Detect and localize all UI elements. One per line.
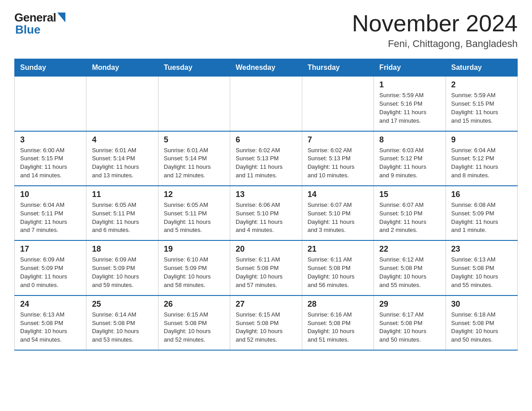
day-number: 18 xyxy=(92,244,152,254)
calendar-cell: 15Sunrise: 6:07 AMSunset: 5:10 PMDayligh… xyxy=(374,186,446,240)
calendar-body: 1Sunrise: 5:59 AMSunset: 5:16 PMDaylight… xyxy=(15,77,518,350)
calendar-cell: 3Sunrise: 6:00 AMSunset: 5:15 PMDaylight… xyxy=(15,131,86,186)
calendar-cell: 8Sunrise: 6:03 AMSunset: 5:12 PMDaylight… xyxy=(374,131,446,186)
day-number: 17 xyxy=(20,244,81,254)
calendar-week-row: 17Sunrise: 6:09 AMSunset: 5:09 PMDayligh… xyxy=(15,240,518,295)
day-number: 11 xyxy=(92,190,152,199)
day-of-week-header: Friday xyxy=(374,59,446,77)
day-number: 14 xyxy=(308,190,368,199)
day-number: 1 xyxy=(379,80,440,90)
day-of-week-header: Wednesday xyxy=(230,59,302,77)
day-info: Sunrise: 6:07 AMSunset: 5:10 PMDaylight:… xyxy=(308,201,368,235)
svg-marker-0 xyxy=(57,13,65,22)
day-of-week-header: Thursday xyxy=(302,59,373,77)
calendar-cell: 9Sunrise: 6:04 AMSunset: 5:12 PMDaylight… xyxy=(446,131,517,186)
day-info: Sunrise: 6:06 AMSunset: 5:10 PMDaylight:… xyxy=(236,201,296,235)
day-info: Sunrise: 6:05 AMSunset: 5:11 PMDaylight:… xyxy=(92,201,152,235)
page-subtitle: Feni, Chittagong, Bangladesh xyxy=(352,38,518,50)
calendar-cell xyxy=(15,77,86,131)
logo-arrow-icon xyxy=(57,13,65,22)
header: General Blue November 2024 Feni, Chittag… xyxy=(14,11,518,50)
calendar-cell: 22Sunrise: 6:12 AMSunset: 5:08 PMDayligh… xyxy=(374,240,446,295)
day-number: 26 xyxy=(164,300,224,309)
day-number: 30 xyxy=(451,300,512,309)
calendar-cell: 18Sunrise: 6:09 AMSunset: 5:09 PMDayligh… xyxy=(86,240,158,295)
logo-blue-text: Blue xyxy=(15,23,40,37)
calendar-cell: 28Sunrise: 6:16 AMSunset: 5:08 PMDayligh… xyxy=(302,295,373,350)
day-number: 28 xyxy=(308,300,368,309)
calendar-cell: 23Sunrise: 6:13 AMSunset: 5:08 PMDayligh… xyxy=(446,240,517,295)
day-info: Sunrise: 6:10 AMSunset: 5:09 PMDaylight:… xyxy=(164,256,224,289)
calendar-cell xyxy=(86,77,158,131)
day-number: 16 xyxy=(451,190,512,199)
day-number: 4 xyxy=(92,135,152,145)
calendar-cell: 2Sunrise: 5:59 AMSunset: 5:15 PMDaylight… xyxy=(446,77,517,131)
calendar-cell xyxy=(302,77,373,131)
day-number: 8 xyxy=(379,135,440,145)
day-number: 21 xyxy=(308,244,368,254)
calendar-cell: 1Sunrise: 5:59 AMSunset: 5:16 PMDaylight… xyxy=(374,77,446,131)
calendar-cell: 6Sunrise: 6:02 AMSunset: 5:13 PMDaylight… xyxy=(230,131,302,186)
calendar-cell: 30Sunrise: 6:18 AMSunset: 5:08 PMDayligh… xyxy=(446,295,517,350)
day-info: Sunrise: 6:07 AMSunset: 5:10 PMDaylight:… xyxy=(379,201,440,235)
day-of-week-header: Monday xyxy=(86,59,158,77)
calendar-cell: 4Sunrise: 6:01 AMSunset: 5:14 PMDaylight… xyxy=(86,131,158,186)
day-number: 6 xyxy=(236,135,296,145)
day-number: 20 xyxy=(236,244,296,254)
page-title: November 2024 xyxy=(352,11,518,36)
calendar-week-row: 1Sunrise: 5:59 AMSunset: 5:16 PMDaylight… xyxy=(15,77,518,131)
day-number: 10 xyxy=(20,190,81,199)
day-info: Sunrise: 6:11 AMSunset: 5:08 PMDaylight:… xyxy=(236,256,296,289)
day-info: Sunrise: 6:09 AMSunset: 5:09 PMDaylight:… xyxy=(92,256,152,289)
calendar-cell: 25Sunrise: 6:14 AMSunset: 5:08 PMDayligh… xyxy=(86,295,158,350)
day-info: Sunrise: 6:18 AMSunset: 5:08 PMDaylight:… xyxy=(451,311,512,344)
day-info: Sunrise: 6:00 AMSunset: 5:15 PMDaylight:… xyxy=(20,146,81,180)
calendar-week-row: 3Sunrise: 6:00 AMSunset: 5:15 PMDaylight… xyxy=(15,131,518,186)
calendar-cell: 5Sunrise: 6:01 AMSunset: 5:14 PMDaylight… xyxy=(158,131,230,186)
day-of-week-header: Sunday xyxy=(15,59,86,77)
day-info: Sunrise: 6:04 AMSunset: 5:12 PMDaylight:… xyxy=(451,146,512,180)
day-number: 13 xyxy=(236,190,296,199)
calendar-cell: 11Sunrise: 6:05 AMSunset: 5:11 PMDayligh… xyxy=(86,186,158,240)
logo: General Blue xyxy=(14,11,65,37)
day-info: Sunrise: 6:11 AMSunset: 5:08 PMDaylight:… xyxy=(308,256,368,289)
day-info: Sunrise: 6:17 AMSunset: 5:08 PMDaylight:… xyxy=(379,311,440,344)
calendar-cell: 12Sunrise: 6:05 AMSunset: 5:11 PMDayligh… xyxy=(158,186,230,240)
day-number: 29 xyxy=(379,300,440,309)
day-info: Sunrise: 6:15 AMSunset: 5:08 PMDaylight:… xyxy=(236,311,296,344)
day-number: 19 xyxy=(164,244,224,254)
calendar-cell: 20Sunrise: 6:11 AMSunset: 5:08 PMDayligh… xyxy=(230,240,302,295)
day-info: Sunrise: 6:04 AMSunset: 5:11 PMDaylight:… xyxy=(20,201,81,235)
day-number: 3 xyxy=(20,135,81,145)
day-of-week-header: Saturday xyxy=(446,59,517,77)
day-info: Sunrise: 6:13 AMSunset: 5:08 PMDaylight:… xyxy=(20,311,81,344)
day-info: Sunrise: 6:12 AMSunset: 5:08 PMDaylight:… xyxy=(379,256,440,289)
day-number: 27 xyxy=(236,300,296,309)
calendar-week-row: 24Sunrise: 6:13 AMSunset: 5:08 PMDayligh… xyxy=(15,295,518,350)
day-number: 12 xyxy=(164,190,224,199)
day-info: Sunrise: 6:14 AMSunset: 5:08 PMDaylight:… xyxy=(92,311,152,344)
day-info: Sunrise: 6:09 AMSunset: 5:09 PMDaylight:… xyxy=(20,256,81,289)
day-number: 2 xyxy=(451,80,512,90)
day-info: Sunrise: 6:02 AMSunset: 5:13 PMDaylight:… xyxy=(308,146,368,180)
calendar-cell: 24Sunrise: 6:13 AMSunset: 5:08 PMDayligh… xyxy=(15,295,86,350)
day-number: 24 xyxy=(20,300,81,309)
calendar-header: SundayMondayTuesdayWednesdayThursdayFrid… xyxy=(15,59,518,77)
calendar-cell: 17Sunrise: 6:09 AMSunset: 5:09 PMDayligh… xyxy=(15,240,86,295)
calendar-cell: 16Sunrise: 6:08 AMSunset: 5:09 PMDayligh… xyxy=(446,186,517,240)
day-info: Sunrise: 6:01 AMSunset: 5:14 PMDaylight:… xyxy=(164,146,224,180)
calendar-cell: 21Sunrise: 6:11 AMSunset: 5:08 PMDayligh… xyxy=(302,240,373,295)
day-info: Sunrise: 6:01 AMSunset: 5:14 PMDaylight:… xyxy=(92,146,152,180)
day-info: Sunrise: 6:02 AMSunset: 5:13 PMDaylight:… xyxy=(236,146,296,180)
calendar-cell: 14Sunrise: 6:07 AMSunset: 5:10 PMDayligh… xyxy=(302,186,373,240)
day-number: 23 xyxy=(451,244,512,254)
day-number: 15 xyxy=(379,190,440,199)
day-number: 22 xyxy=(379,244,440,254)
calendar-cell: 19Sunrise: 6:10 AMSunset: 5:09 PMDayligh… xyxy=(158,240,230,295)
calendar-cell: 26Sunrise: 6:15 AMSunset: 5:08 PMDayligh… xyxy=(158,295,230,350)
calendar-week-row: 10Sunrise: 6:04 AMSunset: 5:11 PMDayligh… xyxy=(15,186,518,240)
calendar-cell xyxy=(158,77,230,131)
calendar-cell: 13Sunrise: 6:06 AMSunset: 5:10 PMDayligh… xyxy=(230,186,302,240)
day-number: 5 xyxy=(164,135,224,145)
day-info: Sunrise: 6:03 AMSunset: 5:12 PMDaylight:… xyxy=(379,146,440,180)
